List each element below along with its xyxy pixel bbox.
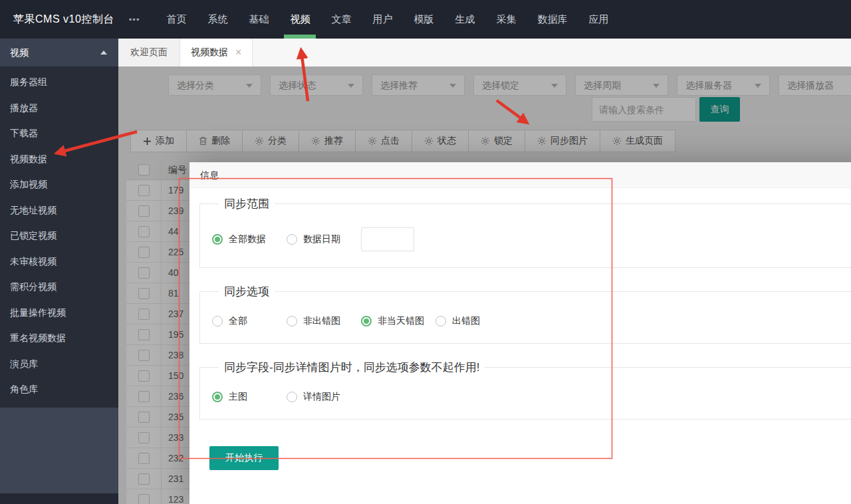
more-dots-icon[interactable]: ••• [129, 15, 140, 25]
radio-label: 非出错图 [303, 315, 340, 327]
sidebar-item-未审核视频[interactable]: 未审核视频 [0, 249, 118, 275]
radio-详情图片[interactable]: 详情图片 [287, 391, 361, 403]
fieldset-0: 同步范围全部数据数据日期 [199, 196, 851, 268]
radio-circle-icon [435, 316, 446, 326]
sidebar-menu: 服务器组播放器下载器视频数据添加视频无地址视频已锁定视频未审核视频需积分视频批量… [0, 66, 118, 408]
start-execute-button[interactable]: 开始执行 [209, 446, 279, 470]
radio-全部数据[interactable]: 全部数据 [212, 233, 287, 245]
sidebar-item-已锁定视频[interactable]: 已锁定视频 [0, 223, 118, 249]
radio-label: 详情图片 [303, 391, 340, 403]
radio-全部[interactable]: 全部 [212, 315, 287, 327]
sidebar-item-下载器[interactable]: 下载器 [0, 120, 118, 146]
nav-item-数据库[interactable]: 数据库 [531, 0, 573, 39]
sidebar: 视频 服务器组播放器下载器视频数据添加视频无地址视频已锁定视频未审核视频需积分视… [0, 39, 118, 504]
radio-label: 出错图 [452, 315, 480, 327]
sidebar-item-无地址视频[interactable]: 无地址视频 [0, 197, 118, 223]
fieldset-2: 同步字段-同步详情图片时，同步选项参数不起作用!主图详情图片 [199, 360, 851, 420]
nav-item-用户[interactable]: 用户 [366, 0, 398, 39]
radio-circle-icon [212, 316, 223, 326]
top-navbar: 苹果CMS v10控制台 ••• 首页系统基础视频文章用户模版生成采集数据库应用 [0, 0, 851, 39]
sidebar-group-label: 视频 [10, 47, 29, 58]
brand-title: 苹果CMS v10控制台 [13, 13, 114, 27]
sidebar-item-服务器组[interactable]: 服务器组 [0, 69, 118, 95]
tab-欢迎页面[interactable]: 欢迎页面 [118, 39, 180, 66]
sidebar-item-批量操作视频[interactable]: 批量操作视频 [0, 300, 118, 326]
nav-menu: 首页系统基础视频文章用户模版生成采集数据库应用 [156, 0, 619, 39]
sidebar-item-角色库[interactable]: 角色库 [0, 376, 118, 402]
radio-label: 非当天错图 [378, 315, 424, 327]
radio-非出错图[interactable]: 非出错图 [287, 315, 361, 327]
nav-item-应用[interactable]: 应用 [582, 0, 614, 39]
radio-circle-icon [212, 234, 223, 245]
tab-bar: 欢迎页面视频数据× [118, 39, 851, 66]
close-icon[interactable]: × [235, 47, 241, 58]
radio-circle-icon [361, 316, 372, 326]
radio-row: 全部数据数据日期 [212, 227, 851, 251]
sync-image-dialog: 信息 同步范围全部数据数据日期同步选项全部非出错图非当天错图出错图同步字段-同步… [189, 162, 851, 504]
fieldset-1: 同步选项全部非出错图非当天错图出错图 [199, 284, 851, 344]
nav-item-基础[interactable]: 基础 [243, 0, 275, 39]
sidebar-group-header[interactable]: 视频 [0, 39, 118, 66]
nav-item-系统[interactable]: 系统 [201, 0, 233, 39]
nav-item-首页[interactable]: 首页 [160, 0, 192, 39]
dialog-title: 信息 [189, 162, 851, 188]
dialog-body: 同步范围全部数据数据日期同步选项全部非出错图非当天错图出错图同步字段-同步详情图… [189, 196, 851, 470]
fieldset-legend: 同步字段-同步详情图片时，同步选项参数不起作用! [219, 360, 485, 375]
radio-label: 数据日期 [303, 233, 340, 245]
radio-label: 全部数据 [229, 233, 266, 245]
sidebar-item-演员库[interactable]: 演员库 [0, 351, 118, 377]
sidebar-item-需积分视频[interactable]: 需积分视频 [0, 274, 118, 300]
radio-非当天错图[interactable]: 非当天错图 [361, 315, 435, 327]
fieldset-legend: 同步选项 [219, 284, 275, 299]
nav-item-生成[interactable]: 生成 [449, 0, 481, 39]
radio-label: 全部 [229, 315, 247, 327]
radio-row: 全部非出错图非当天错图出错图 [212, 315, 851, 327]
date-input[interactable] [361, 227, 414, 251]
nav-item-视频[interactable]: 视频 [284, 0, 316, 39]
radio-circle-icon [287, 316, 297, 326]
sidebar-item-添加视频[interactable]: 添加视频 [0, 172, 118, 197]
radio-circle-icon [212, 392, 223, 402]
collapse-up-icon [100, 51, 107, 55]
radio-数据日期[interactable]: 数据日期 [287, 233, 361, 245]
radio-label: 主图 [229, 391, 247, 403]
radio-circle-icon [287, 234, 297, 245]
tab-视频数据[interactable]: 视频数据× [180, 39, 253, 66]
radio-出错图[interactable]: 出错图 [435, 315, 510, 327]
sidebar-item-重名视频数据[interactable]: 重名视频数据 [0, 325, 118, 351]
nav-item-文章[interactable]: 文章 [325, 0, 357, 39]
tab-label: 欢迎页面 [130, 47, 168, 59]
radio-row: 主图详情图片 [212, 391, 851, 403]
tab-label: 视频数据 [191, 47, 228, 59]
radio-主图[interactable]: 主图 [212, 391, 287, 403]
fieldset-legend: 同步范围 [219, 196, 275, 211]
nav-item-模版[interactable]: 模版 [408, 0, 439, 39]
sidebar-item-播放器[interactable]: 播放器 [0, 95, 118, 121]
radio-circle-icon [287, 392, 297, 402]
nav-item-采集[interactable]: 采集 [490, 0, 522, 39]
sidebar-bottom-bar [0, 493, 118, 504]
sidebar-item-视频数据[interactable]: 视频数据 [0, 146, 118, 172]
